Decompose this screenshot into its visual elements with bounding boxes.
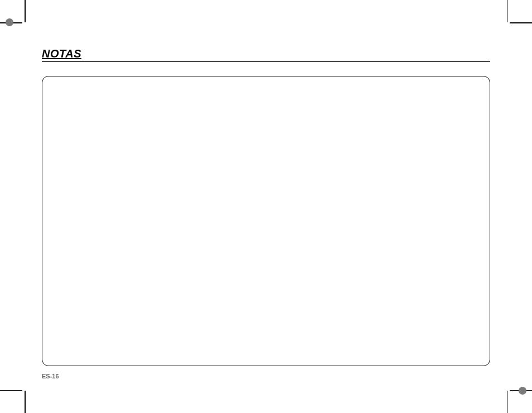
page-heading: NOTAS (42, 47, 81, 60)
registration-mark (519, 387, 526, 395)
crop-mark (0, 390, 22, 391)
crop-mark (510, 22, 532, 23)
crop-mark (25, 0, 26, 22)
page-number: ES-16 (42, 373, 59, 380)
heading-wrapper: NOTAS (42, 47, 490, 62)
notes-box (42, 76, 490, 366)
registration-mark (6, 18, 13, 26)
crop-mark (507, 391, 508, 413)
page-content: NOTAS (42, 47, 490, 374)
crop-mark (25, 391, 26, 413)
crop-mark (507, 0, 508, 22)
